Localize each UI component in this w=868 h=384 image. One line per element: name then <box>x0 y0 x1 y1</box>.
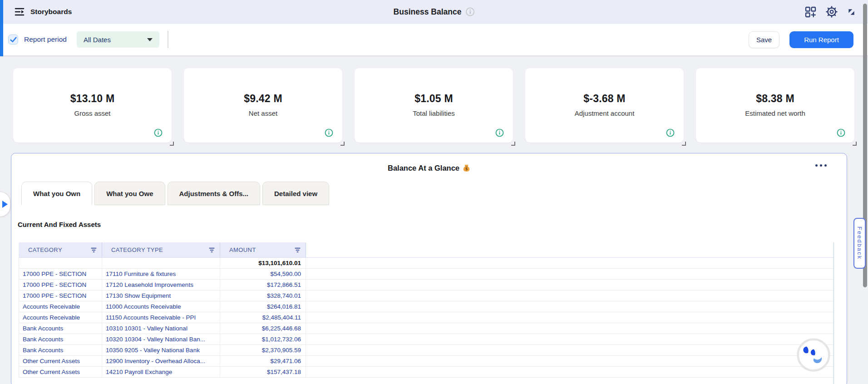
panel-tab[interactable]: What you Own <box>21 182 92 205</box>
settings-gear-icon <box>825 5 838 18</box>
expand-icon <box>847 7 856 17</box>
card-resize-handle[interactable] <box>170 142 174 146</box>
card-resize-handle[interactable] <box>340 142 345 146</box>
kpi-info-button[interactable] <box>666 128 675 137</box>
title-info-icon[interactable] <box>465 7 474 16</box>
column-header[interactable]: CATEGORY TYPE <box>102 242 220 257</box>
kpi-label: Adjustment account <box>525 109 684 117</box>
fullscreen-button[interactable] <box>847 7 856 17</box>
kpi-card: $-3.68 M Adjustment account <box>525 68 684 143</box>
cell-category: 17000 PPE - SECTION <box>19 280 102 290</box>
svg-text:$: $ <box>465 167 468 171</box>
panel-tab[interactable]: Adjustments & Offs... <box>168 182 261 205</box>
cell-category: Bank Accounts <box>19 334 102 345</box>
column-header[interactable]: AMOUNT <box>220 242 306 257</box>
assistant-logo-button[interactable] <box>797 338 830 372</box>
kpi-info-button[interactable] <box>154 128 163 137</box>
table-row[interactable]: Other Current Assets 12900 Inventory - O… <box>19 356 833 367</box>
add-widget-icon <box>804 6 817 18</box>
kpi-label: Gross asset <box>13 109 172 117</box>
info-icon <box>495 128 504 137</box>
table-body: $13,101,610.01 17000 PPE - SECTION 17110… <box>19 258 833 378</box>
report-period-dropdown[interactable]: All Dates <box>77 31 159 48</box>
table-row[interactable]: Bank Accounts 10310 10301 - Valley Natio… <box>19 323 833 334</box>
cell-category-type: 14210 Payroll Exchange <box>102 367 220 377</box>
panel-title-text: Balance At a Glance <box>388 164 459 172</box>
storyboards-menu-button[interactable]: Storyboards <box>14 6 72 17</box>
toolbar-divider <box>168 31 168 48</box>
table-header-row: CATEGORY CATEGORY TYPE AMOUNT <box>19 242 833 258</box>
storyboards-label: Storyboards <box>30 8 72 16</box>
kpi-info-button[interactable] <box>837 128 845 137</box>
card-resize-handle[interactable] <box>853 142 857 146</box>
sidebar-expander-button[interactable] <box>0 192 10 217</box>
feedback-tab[interactable]: Feedback <box>853 218 866 269</box>
table-row[interactable]: Accounts Receivable 11150 Accounts Recei… <box>19 312 833 323</box>
cell-amount: $2,485,404.11 <box>220 312 306 323</box>
report-period-checkbox[interactable] <box>8 34 18 44</box>
cell-category: Other Current Assets <box>19 367 102 377</box>
cell-amount: $2,370,905.59 <box>220 345 306 355</box>
save-button[interactable]: Save <box>749 31 779 48</box>
tab-label: Detailed view <box>274 190 317 197</box>
panel-tab[interactable]: Detailed view <box>262 182 329 205</box>
cell-category-type: 12900 Inventory - Overhead Alloca... <box>102 356 220 366</box>
settings-button[interactable] <box>825 5 838 18</box>
check-icon <box>10 37 17 43</box>
table-row[interactable]: Bank Accounts 10320 10304 - Valley Natio… <box>19 334 833 345</box>
table-row[interactable]: Accounts Receivable 11000 Accounts Recei… <box>19 301 833 312</box>
table-right-border <box>833 242 834 384</box>
kpi-info-button[interactable] <box>495 128 504 137</box>
card-resize-handle[interactable] <box>682 142 686 146</box>
table-row[interactable]: Bank Accounts 10350 9205 - Valley Nation… <box>19 345 833 356</box>
cell-amount: $29,471.06 <box>220 356 306 366</box>
column-header-label: CATEGORY <box>28 246 62 253</box>
kpi-value: $13.10 M <box>13 68 172 105</box>
cell-amount: $328,740.01 <box>220 290 306 301</box>
table-row[interactable]: Other Current Assets 14210 Payroll Excha… <box>19 367 833 378</box>
panel-tab[interactable]: What you Owe <box>94 182 165 205</box>
tab-label: Adjustments & Offs... <box>179 190 249 197</box>
kpi-label: Net asset <box>184 109 342 117</box>
panel-menu-button[interactable] <box>814 162 829 168</box>
cell-amount: $6,225,446.68 <box>220 323 306 334</box>
cell-category-type: 10350 9205 - Valley National Bank <box>102 345 220 355</box>
info-icon <box>837 128 845 137</box>
report-toolbar: Report period All Dates Save Run Report <box>0 24 868 55</box>
add-widget-button[interactable] <box>804 6 817 18</box>
section-title: Current And Fixed Assets <box>18 221 101 228</box>
cell-category: 17000 PPE - SECTION <box>19 269 102 279</box>
filter-icon[interactable] <box>294 247 301 253</box>
cell-category: 17000 PPE - SECTION <box>19 290 102 301</box>
filter-icon[interactable] <box>208 247 215 253</box>
panel-tabs: What you Own What you Owe Adjustments & … <box>21 182 329 205</box>
assets-table: CATEGORY CATEGORY TYPE AMOUNT $13,101,61… <box>19 242 833 378</box>
kpi-card: $8.38 M Estimated net worth <box>696 68 854 143</box>
top-bar: Storyboards Business Balance <box>0 0 868 24</box>
cell-category-type <box>102 258 220 268</box>
cell-amount: $157,437.18 <box>220 367 306 377</box>
kpi-value: $9.42 M <box>184 68 342 105</box>
run-report-button[interactable]: Run Report <box>789 31 853 48</box>
filter-icon[interactable] <box>90 247 97 253</box>
smiley-logo-icon <box>797 338 830 372</box>
cell-amount: $13,101,610.01 <box>220 258 306 268</box>
table-row[interactable]: 17000 PPE - SECTION 17110 Furniture & fi… <box>19 269 833 280</box>
table-row[interactable]: 17000 PPE - SECTION 17120 Leasehold Impr… <box>19 280 833 290</box>
play-right-icon <box>2 201 8 208</box>
kpi-card: $9.42 M Net asset <box>184 68 342 143</box>
column-header[interactable]: CATEGORY <box>19 242 102 257</box>
table-total-row: $13,101,610.01 <box>19 258 833 269</box>
money-bag-emoji: $ <box>463 165 470 173</box>
kpi-value: $1.05 M <box>355 68 513 105</box>
table-row[interactable]: 17000 PPE - SECTION 17130 Show Equipment… <box>19 290 833 301</box>
kpi-info-button[interactable] <box>325 128 333 137</box>
card-resize-handle[interactable] <box>511 142 515 146</box>
active-nav-stripe <box>0 0 3 56</box>
page-title: Business Balance <box>394 7 462 17</box>
tab-label: What you Owe <box>106 190 153 197</box>
cell-amount: $264,016.81 <box>220 301 306 312</box>
kpi-card: $1.05 M Total liabilities <box>355 68 513 143</box>
cell-category: Bank Accounts <box>19 345 102 355</box>
header-filler <box>306 242 833 257</box>
